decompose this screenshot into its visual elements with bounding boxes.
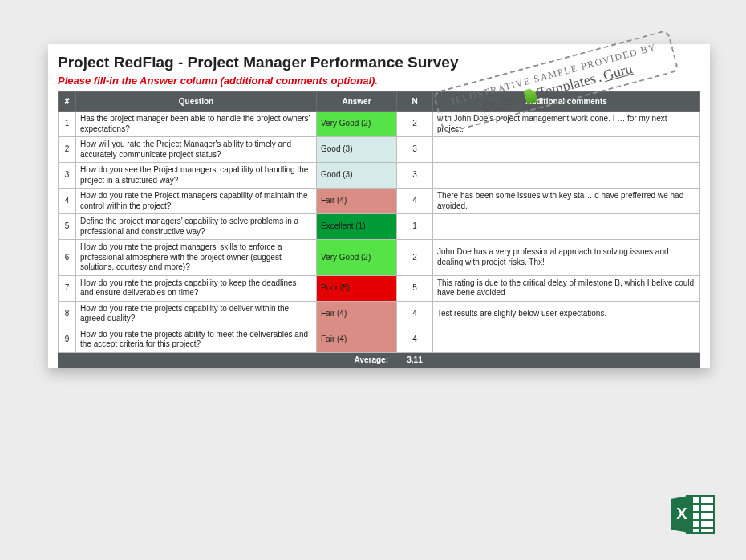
table-header-row: # Question Answer N Additional comments <box>59 92 700 112</box>
question-cell: How do you rate the projects capability … <box>76 301 317 327</box>
answer-cell[interactable]: Fair (4) <box>317 301 397 327</box>
comment-cell[interactable] <box>433 214 700 240</box>
row-number: 6 <box>59 240 76 276</box>
table-row: 1Has the project manager been able to ha… <box>59 112 700 137</box>
table-row: 4How do you rate the Project managers ca… <box>59 189 700 214</box>
question-cell: How do you see the Project managers' cap… <box>76 163 317 189</box>
comment-cell[interactable]: John Doe has a very professional approac… <box>433 240 700 276</box>
row-number: 8 <box>59 301 76 327</box>
comment-cell[interactable]: There has been some issues with key sta…… <box>433 189 700 214</box>
score-cell: 4 <box>397 301 433 327</box>
row-number: 7 <box>59 275 76 301</box>
row-number: 2 <box>59 137 76 163</box>
row-number: 1 <box>59 112 76 137</box>
question-cell: How do you rate the projects ability to … <box>76 327 317 352</box>
comment-cell[interactable] <box>433 137 700 163</box>
row-number: 3 <box>59 163 76 189</box>
table-row: 7How do you rate the projects capability… <box>59 275 700 301</box>
answer-cell[interactable]: Fair (4) <box>317 189 397 214</box>
comment-cell[interactable] <box>433 327 700 352</box>
table-row: 2How will you rate the Project Manager's… <box>59 137 700 163</box>
col-header-answer: Answer <box>317 92 397 112</box>
question-cell: How do you rate the Project managers cap… <box>76 189 317 214</box>
score-cell: 1 <box>397 214 433 240</box>
score-cell: 2 <box>397 240 433 276</box>
row-number: 9 <box>59 327 76 352</box>
row-number: 4 <box>59 189 76 214</box>
comment-cell[interactable]: with John Doe's project management work … <box>433 112 700 137</box>
average-value: 3,11 <box>397 352 433 368</box>
score-cell: 2 <box>397 112 433 137</box>
row-number: 5 <box>59 214 76 240</box>
survey-table: # Question Answer N Additional comments … <box>58 91 700 368</box>
comment-cell[interactable]: Test results are slighly below user expe… <box>433 301 700 327</box>
score-cell: 4 <box>397 327 433 352</box>
page-title: Project RedFlag - Project Manager Perfor… <box>58 52 700 71</box>
question-cell: Define the project managers' capability … <box>76 214 317 240</box>
answer-cell[interactable]: Poor (5) <box>317 275 397 301</box>
question-cell: Has the project manager been able to han… <box>76 112 317 137</box>
spreadsheet-panel: Project RedFlag - Project Manager Perfor… <box>48 44 710 368</box>
score-cell: 3 <box>397 163 433 189</box>
score-cell: 4 <box>397 189 433 214</box>
average-label: Average: <box>59 352 397 368</box>
table-row: 5Define the project managers' capability… <box>59 214 700 240</box>
average-row: Average: 3,11 <box>59 352 700 368</box>
question-cell: How will you rate the Project Manager's … <box>76 137 317 163</box>
average-blank <box>433 352 700 368</box>
answer-cell[interactable]: Fair (4) <box>317 327 397 352</box>
question-cell: How do you rate the project managers' sk… <box>76 240 317 276</box>
col-header-num: # <box>59 92 76 112</box>
question-cell: How do you rate the projects capability … <box>76 275 317 301</box>
col-header-question: Question <box>76 92 317 112</box>
answer-cell[interactable]: Good (3) <box>317 137 397 163</box>
excel-icon: X <box>669 493 716 536</box>
answer-cell[interactable]: Very Good (2) <box>317 240 397 276</box>
instruction-text: Please fill-in the Answer column (additi… <box>58 71 700 91</box>
comment-cell[interactable] <box>433 163 700 189</box>
answer-cell[interactable]: Good (3) <box>317 163 397 189</box>
svg-text:X: X <box>676 505 687 522</box>
col-header-comments: Additional comments <box>433 92 700 112</box>
comment-cell[interactable]: This rating is due to the critical delay… <box>433 275 700 301</box>
table-row: 9How do you rate the projects ability to… <box>59 327 700 352</box>
score-cell: 5 <box>397 275 433 301</box>
table-row: 3How do you see the Project managers' ca… <box>59 163 700 189</box>
table-row: 8How do you rate the projects capability… <box>59 301 700 327</box>
col-header-n: N <box>397 92 433 112</box>
answer-cell[interactable]: Very Good (2) <box>317 112 397 137</box>
score-cell: 3 <box>397 137 433 163</box>
table-row: 6How do you rate the project managers' s… <box>59 240 700 276</box>
answer-cell[interactable]: Excellent (1) <box>317 214 397 240</box>
